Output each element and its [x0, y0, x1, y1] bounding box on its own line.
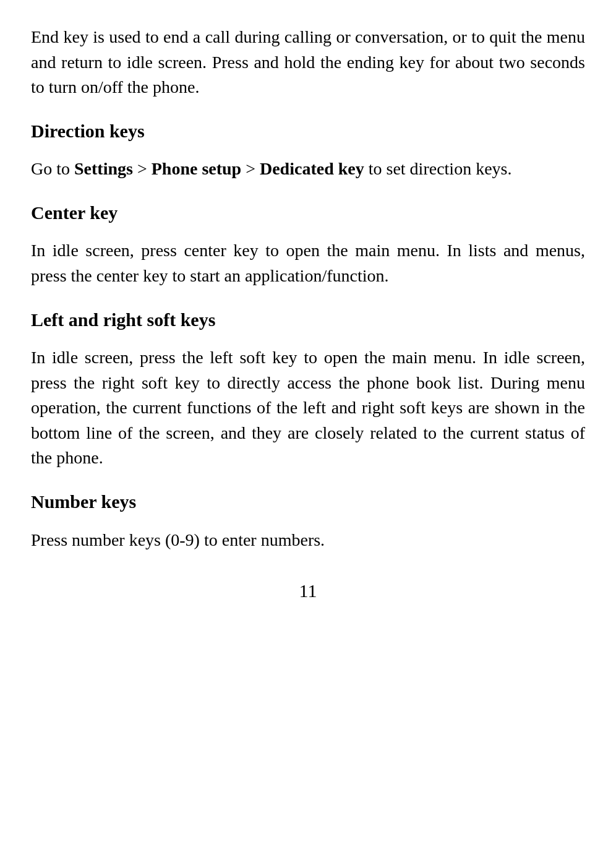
direction-keys-text-go: Go to — [31, 159, 74, 178]
number-keys-heading: Number keys — [31, 488, 585, 515]
direction-keys-text-end: to set direction keys. — [364, 159, 512, 178]
direction-keys-gt1: > — [133, 159, 152, 178]
direction-keys-content: Go to Settings > Phone setup > Dedicated… — [31, 157, 585, 182]
left-right-soft-keys-heading: Left and right soft keys — [31, 306, 585, 333]
page-number: 11 — [31, 577, 585, 605]
center-key-content: In idle screen, press center key to open… — [31, 238, 585, 288]
direction-keys-gt2: > — [241, 159, 260, 178]
number-keys-section: Number keys Press number keys (0-9) to e… — [31, 488, 585, 553]
phone-setup-label: Phone setup — [152, 159, 241, 178]
left-right-soft-keys-section: Left and right soft keys In idle screen,… — [31, 306, 585, 471]
center-key-heading: Center key — [31, 199, 585, 226]
center-key-section: Center key In idle screen, press center … — [31, 199, 585, 289]
direction-keys-heading: Direction keys — [31, 118, 585, 145]
page-content: End key is used to end a call during cal… — [31, 25, 585, 605]
dedicated-key-label: Dedicated key — [260, 159, 364, 178]
left-right-soft-keys-content: In idle screen, press the left soft key … — [31, 345, 585, 471]
end-key-paragraph: End key is used to end a call during cal… — [31, 25, 585, 100]
number-keys-content: Press number keys (0-9) to enter numbers… — [31, 528, 585, 553]
direction-keys-section: Direction keys Go to Settings > Phone se… — [31, 118, 585, 182]
settings-label: Settings — [74, 159, 133, 178]
